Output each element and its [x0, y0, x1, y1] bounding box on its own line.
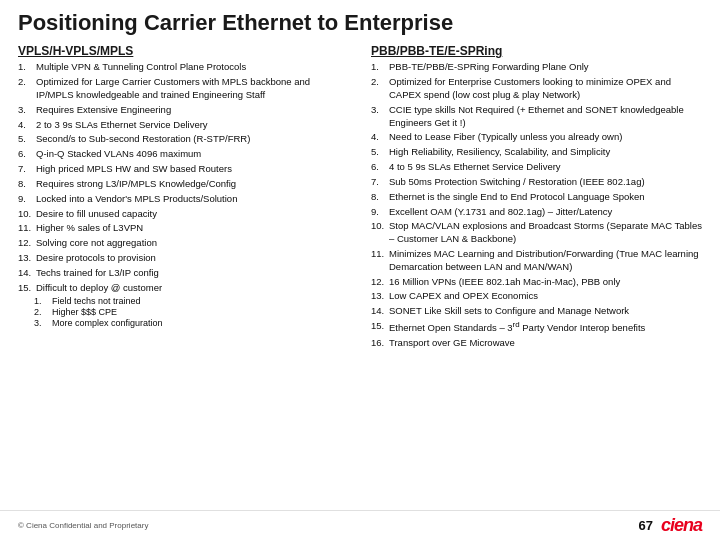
list-item: 7. Sub 50ms Protection Switching / Resto…	[371, 176, 702, 189]
sub-list-item: 3. More complex configuration	[34, 318, 349, 328]
right-section-title: PBB/PBB-TE/E-SPRing	[371, 44, 702, 58]
list-item: 14. SONET Like Skill sets to Configure a…	[371, 305, 702, 318]
footer: © Ciena Confidential and Proprietary 67 …	[0, 510, 720, 540]
list-item: 3. CCIE type skills Not Required (+ Ethe…	[371, 104, 702, 130]
list-item: 15. Ethernet Open Standards – 3rd Party …	[371, 320, 702, 335]
copyright-text: © Ciena Confidential and Proprietary	[18, 521, 148, 530]
footer-right: 67 ciena	[639, 515, 703, 536]
list-item: 4. Need to Lease Fiber (Typically unless…	[371, 131, 702, 144]
right-list: 1. PBB-TE/PBB/E-SPRing Forwarding Plane …	[371, 61, 702, 349]
ciena-logo: ciena	[661, 515, 702, 536]
page-title: Positioning Carrier Ethernet to Enterpri…	[0, 0, 720, 42]
list-item: 13. Desire protocols to provision	[18, 252, 349, 265]
left-column: VPLS/H-VPLS/MPLS 1. Multiple VPN & Tunne…	[18, 44, 355, 492]
left-list: 1. Multiple VPN & Tunneling Control Plan…	[18, 61, 349, 328]
list-item: 11. Higher % sales of L3VPN	[18, 222, 349, 235]
list-item: 4. 2 to 3 9s SLAs Ethernet Service Deliv…	[18, 119, 349, 132]
list-item: 3. Requires Extensive Engineering	[18, 104, 349, 117]
right-column: PBB/PBB-TE/E-SPRing 1. PBB-TE/PBB/E-SPRi…	[365, 44, 702, 492]
list-item: 8. Requires strong L3/IP/MPLS Knowledge/…	[18, 178, 349, 191]
sub-list-item: 2. Higher $$$ CPE	[34, 307, 349, 317]
list-item: 8. Ethernet is the single End to End Pro…	[371, 191, 702, 204]
list-item: 5. Second/s to Sub-second Restoration (R…	[18, 133, 349, 146]
list-item: 6. 4 to 5 9s SLAs Ethernet Service Deliv…	[371, 161, 702, 174]
list-item: 13. Low CAPEX and OPEX Economics	[371, 290, 702, 303]
list-item: 9. Excellent OAM (Y.1731 and 802.1ag) – …	[371, 206, 702, 219]
list-item: 9. Locked into a Vendor's MPLS Products/…	[18, 193, 349, 206]
list-item: 11. Minimizes MAC Learning and Distribut…	[371, 248, 702, 274]
list-item: 2. Optimized for Enterprise Customers lo…	[371, 76, 702, 102]
list-item: 1. PBB-TE/PBB/E-SPRing Forwarding Plane …	[371, 61, 702, 74]
list-item: 2. Optimized for Large Carrier Customers…	[18, 76, 349, 102]
list-item: 1. Multiple VPN & Tunneling Control Plan…	[18, 61, 349, 74]
list-item: 15. Difficult to deploy @ customer	[18, 282, 349, 295]
list-item: 14. Techs trained for L3/IP config	[18, 267, 349, 280]
sub-list: 1. Field techs not trained 2. Higher $$$…	[18, 296, 349, 328]
list-item: 10. Desire to fill unused capacity	[18, 208, 349, 221]
list-item: 12. 16 Million VPNs (IEEE 802.1ah Mac-in…	[371, 276, 702, 289]
list-item: 10. Stop MAC/VLAN explosions and Broadca…	[371, 220, 702, 246]
list-item: 7. High priced MPLS HW and SW based Rout…	[18, 163, 349, 176]
page-number: 67	[639, 518, 653, 533]
list-item: 5. High Reliability, Resiliency, Scalabi…	[371, 146, 702, 159]
sub-list-item: 1. Field techs not trained	[34, 296, 349, 306]
list-item: 16. Transport over GE Microwave	[371, 337, 702, 350]
left-section-title: VPLS/H-VPLS/MPLS	[18, 44, 349, 58]
list-item: 12. Solving core not aggregation	[18, 237, 349, 250]
list-item: 6. Q-in-Q Stacked VLANs 4096 maximum	[18, 148, 349, 161]
